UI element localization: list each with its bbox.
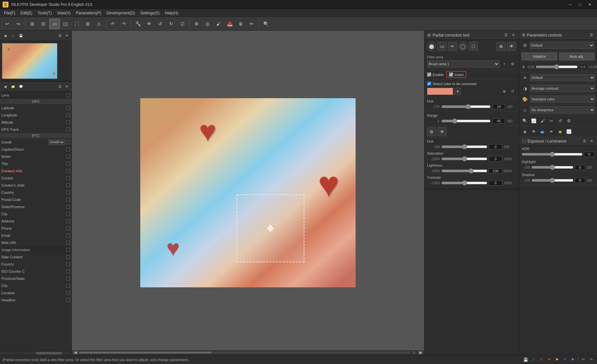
- pi-frame-icon[interactable]: ⬜: [565, 128, 573, 135]
- exposure-slider[interactable]: [536, 64, 578, 69]
- toolbar-brush[interactable]: 🖌: [213, 19, 224, 29]
- range-value[interactable]: 45: [493, 118, 505, 124]
- left-nav-prev[interactable]: ◀: [2, 33, 8, 39]
- toolbar-rotate-r[interactable]: ↻: [166, 19, 176, 29]
- menu-settings[interactable]: Settings(S): [138, 10, 162, 16]
- status-cancel-icon[interactable]: ✕: [538, 356, 544, 363]
- sub-nav-prev[interactable]: ◀: [2, 83, 8, 90]
- color-tab-adjust[interactable]: ⚙: [427, 127, 436, 136]
- prop-unedit[interactable]: Unedit Unedit: [0, 139, 71, 146]
- minimize-button[interactable]: ─: [566, 1, 575, 8]
- menu-tools[interactable]: Tools(T): [35, 10, 54, 16]
- toolbar-dual[interactable]: ▯▯: [60, 19, 71, 29]
- partial-tool-close[interactable]: ✕: [510, 32, 516, 38]
- left-nav-save[interactable]: 💾: [18, 33, 24, 39]
- shadow-slider[interactable]: [531, 178, 574, 183]
- toolbar-fit[interactable]: ⛶: [71, 19, 82, 29]
- partial-tool-menu[interactable]: ☰: [503, 32, 509, 38]
- toolbar-preview[interactable]: 👁: [144, 19, 154, 29]
- brush-area-select[interactable]: Brush area 1: [427, 60, 499, 68]
- tool-rect-icon[interactable]: ▭: [437, 42, 447, 51]
- sub-panel-menu[interactable]: ☰: [57, 83, 63, 89]
- canvas-area[interactable]: ♥ ♥ ♥ ◀ % ▶: [72, 31, 424, 355]
- status-save-icon[interactable]: 💾: [522, 356, 529, 363]
- hsl-sat-slider[interactable]: [441, 157, 487, 161]
- toolbar-undo[interactable]: ↶: [108, 19, 118, 29]
- left-nav-home[interactable]: ⌂: [10, 33, 16, 39]
- menu-help[interactable]: Help(H): [162, 10, 181, 16]
- hdr-slider[interactable]: [522, 152, 583, 157]
- hsl-contrast-slider[interactable]: [441, 181, 487, 185]
- color-dropdown-arrow[interactable]: ▼: [454, 88, 461, 95]
- toolbar-color[interactable]: ◎: [202, 19, 213, 29]
- tool-brush-icon[interactable]: ✏: [448, 42, 457, 51]
- scroll-left-btn[interactable]: ◀: [73, 351, 78, 354]
- left-panel-close[interactable]: ✕: [64, 33, 69, 39]
- pi-crop-icon[interactable]: ✂: [547, 117, 555, 125]
- status-undo-icon[interactable]: ↶: [580, 356, 587, 363]
- menu-parameters[interactable]: Parameters(P): [73, 10, 104, 16]
- sub-nav-folder[interactable]: 📁: [10, 83, 16, 90]
- pi-pen-icon[interactable]: ✒: [547, 128, 555, 135]
- maximize-button[interactable]: □: [575, 1, 585, 8]
- hsl-hue-slider[interactable]: [441, 144, 487, 149]
- toolbar-develop[interactable]: 🔧: [133, 19, 143, 29]
- enable-checkbox-label[interactable]: Enable: [427, 72, 444, 77]
- sub-panel-close[interactable]: ✕: [64, 83, 69, 89]
- status-flag1-icon[interactable]: ⚑: [546, 356, 552, 363]
- highlight-slider[interactable]: [531, 165, 574, 170]
- color-tab-eye[interactable]: 👁: [437, 127, 447, 136]
- contrast-select[interactable]: Average contrast: [530, 85, 595, 92]
- menu-development[interactable]: Development(D): [104, 10, 138, 16]
- select-color-checkbox[interactable]: [427, 82, 431, 86]
- params-menu[interactable]: ☰: [589, 32, 594, 38]
- enable-checkbox[interactable]: [427, 72, 431, 77]
- hue-value[interactable]: 19: [493, 104, 505, 109]
- pi-curve-icon[interactable]: 📈: [530, 117, 538, 125]
- status-flag4-icon[interactable]: ⚑: [569, 356, 576, 363]
- toolbar-rotate-l[interactable]: ↺: [155, 19, 165, 29]
- status-flag3-icon[interactable]: ⚑: [561, 356, 568, 363]
- scroll-thumb-h[interactable]: [79, 352, 211, 354]
- close-button[interactable]: ✕: [585, 1, 594, 8]
- sharpness-select[interactable]: No sharpness: [530, 106, 595, 114]
- pi-adjust-icon[interactable]: ◈: [521, 128, 529, 135]
- pi-fish-icon[interactable]: 🐟: [539, 128, 546, 135]
- range-slider[interactable]: [441, 119, 491, 123]
- prop-contact-info[interactable]: Contact info: [0, 167, 71, 174]
- color-reset-icon[interactable]: ↺: [509, 88, 516, 95]
- tool-ellipse-icon[interactable]: ◯: [458, 42, 467, 51]
- pi-zoom-icon[interactable]: 🔍: [521, 117, 529, 125]
- toolbar-single[interactable]: ▭: [49, 19, 60, 29]
- status-redo-icon[interactable]: ↷: [588, 356, 594, 363]
- initialize-button[interactable]: Initialize: [522, 53, 557, 60]
- unedit-select[interactable]: Unedit: [48, 139, 65, 145]
- toolbar-export[interactable]: 📤: [224, 19, 235, 29]
- toolbar-settings[interactable]: ⚙: [191, 19, 202, 29]
- toolbar-check[interactable]: ☑: [177, 19, 188, 29]
- toolbar-warn[interactable]: ⚠: [94, 19, 104, 29]
- hsl-light-slider[interactable]: [441, 169, 487, 173]
- color-swatch[interactable]: [427, 88, 453, 95]
- toolbar-forward[interactable]: ↪: [13, 19, 23, 29]
- toolbar-back[interactable]: ↩: [2, 19, 12, 29]
- pi-rotate-icon[interactable]: ↺: [556, 117, 564, 125]
- exp-expand-icon[interactable]: ☰: [582, 138, 588, 144]
- params-preset-select[interactable]: Default: [529, 42, 594, 49]
- pi-diamond-icon[interactable]: ◆: [556, 128, 564, 135]
- menu-file[interactable]: File(F): [1, 10, 18, 16]
- tool-circle-icon[interactable]: ⬤: [427, 42, 436, 51]
- invert-checkbox-label[interactable]: Invert: [449, 72, 464, 77]
- toolbar-pen[interactable]: ✏: [247, 19, 257, 29]
- auto-adj-button[interactable]: Auto adj.: [559, 53, 595, 60]
- toolbar-search[interactable]: 🔍: [261, 19, 271, 29]
- toolbar-redo[interactable]: ↷: [119, 19, 129, 29]
- tool-eye-icon[interactable]: 👁: [507, 42, 516, 51]
- color-select[interactable]: Standard color: [530, 96, 595, 103]
- pi-settings2-icon[interactable]: ⚙: [565, 117, 573, 125]
- pi-brush2-icon[interactable]: 🖌: [539, 117, 546, 125]
- invert-checkbox[interactable]: [449, 72, 453, 77]
- toolbar-screen[interactable]: 🖥: [236, 19, 246, 29]
- status-check-icon[interactable]: ✓: [530, 356, 537, 363]
- pi-eye2-icon[interactable]: 👁: [530, 128, 538, 135]
